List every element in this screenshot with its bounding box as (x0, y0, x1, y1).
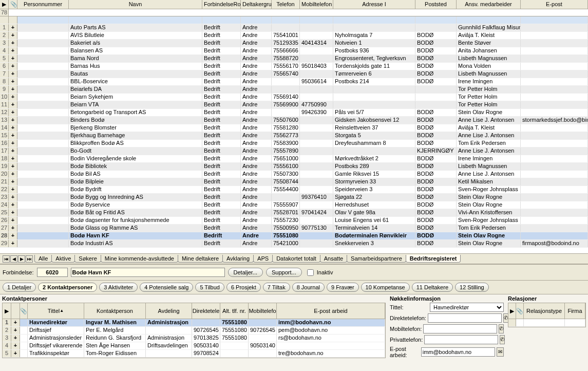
contacts-col-avdeling[interactable]: Avdeling (146, 303, 192, 319)
table-row[interactable]: 13+Binders BodøBedriftAndre75507600Gidsk… (0, 117, 588, 124)
expand-icon[interactable]: + (11, 327, 20, 334)
table-row[interactable]: 10+Beiarn SykehjemBedriftAndre75569140To… (0, 94, 588, 101)
expand-icon[interactable] (9, 16, 17, 24)
table-row[interactable]: 11+Beiarn VTABedriftAndre755699004775099… (0, 101, 588, 109)
contacts-col-direkte[interactable]: Direktetele (192, 303, 220, 319)
relations-empty-row[interactable] (508, 319, 585, 327)
table-row[interactable]: 3+Bakeriet a/sBedriftAndre75129335404143… (0, 40, 588, 47)
contacts-attach-header[interactable]: 📎 (20, 303, 28, 319)
col-adresse[interactable]: Adresse I (333, 0, 415, 9)
expand-icon[interactable]: + (11, 319, 20, 326)
tittel-select[interactable]: Havnedirektør (430, 303, 504, 312)
table-row[interactable]: 26+Bodø dagsenter for funksjonshemmedeBe… (0, 217, 588, 225)
expand-icon[interactable]: + (9, 109, 17, 116)
expand-icon[interactable]: + (11, 342, 20, 349)
table-row[interactable]: 1+Auto Parts ASBedriftAndreGunnhild Falk… (0, 24, 588, 32)
col-poststed[interactable]: Poststed (415, 0, 457, 9)
expand-icon[interactable]: + (9, 124, 17, 132)
rel-rownum-header[interactable]: ▶ (508, 303, 516, 319)
worksheet-tab[interactable]: Datakortet totalt (272, 255, 320, 263)
table-row[interactable]: 16+Blikkproffen Bodø ASBedriftAndre75583… (0, 140, 588, 147)
table-row[interactable]: 9+Beiarlefs DABedriftAndreTor Petter Hol… (0, 86, 588, 94)
tab-next-icon[interactable]: ▶ (18, 255, 25, 263)
worksheet-tab[interactable]: Alle (34, 255, 52, 263)
phone-icon[interactable]: ✆ (500, 335, 505, 344)
col-mobil[interactable]: Mobiltelefon (300, 0, 333, 9)
col-forbindelse[interactable]: ForbindelseRo (202, 0, 241, 9)
detail-tab[interactable]: 5 Tilbud (195, 283, 224, 292)
detail-tab[interactable]: 6 Prosjekt (226, 283, 261, 292)
contacts-rownum-header[interactable]: ▶ (3, 303, 11, 319)
table-row[interactable]: 12+Betongarbeid og Transport ASBedriftAn… (0, 109, 588, 117)
table-row[interactable]: 20+Bodø Bil ASBedriftAndre75507300Gamle … (0, 171, 588, 178)
tab-first-icon[interactable]: ⏮ (3, 255, 10, 263)
expand-icon[interactable]: + (9, 232, 17, 239)
table-row[interactable]: 24+Bodø ByserviceBedriftAndre75555907Her… (0, 201, 588, 209)
contacts-body[interactable]: 1+HavnedirektørIngvar M. MathisenAdminis… (3, 319, 385, 358)
detail-tab[interactable]: 11 Deltakere (412, 283, 453, 292)
expand-icon[interactable]: + (11, 335, 20, 342)
expand-icon[interactable]: + (9, 78, 17, 85)
table-row[interactable]: 27+Bodø Glass og Ramme ASBedriftAndre755… (0, 225, 588, 232)
table-row[interactable]: 22+Bodø BydriftBedriftAndre75554400Speid… (0, 186, 588, 194)
table-row[interactable]: 4+Balansen ASBedriftAndre75566666Postbok… (0, 47, 588, 55)
expand-icon[interactable]: + (9, 155, 17, 162)
worksheet-tab[interactable]: Samarbeidspartnere (347, 255, 406, 263)
forbindelse-name-input[interactable] (71, 268, 225, 277)
expand-icon[interactable]: + (9, 209, 17, 216)
col-telefon[interactable]: Telefon (272, 0, 300, 9)
expand-icon[interactable]: + (9, 132, 17, 139)
expand-icon[interactable]: + (9, 201, 17, 209)
worksheet-tab[interactable]: Ansatte (320, 255, 347, 263)
support-button[interactable]: Support... (266, 268, 302, 277)
expand-icon[interactable]: + (9, 24, 17, 31)
worksheet-tab[interactable]: Mine kommende-avsluttede (101, 255, 178, 263)
col-ansv[interactable]: Ansv. medarbeider (457, 0, 521, 9)
rel-col-type[interactable]: Relasjonstype (524, 303, 565, 319)
tab-last-icon[interactable]: ⏭ (26, 255, 33, 263)
expand-icon[interactable]: + (9, 86, 17, 93)
table-row[interactable]: 5+Bama NordBedriftAndre75588720Engrossen… (0, 55, 588, 63)
contact-row[interactable]: 4+Driftssjef vikarerendeSten Åge HansenD… (3, 342, 385, 350)
table-row[interactable]: 25+Bodø Båt og Fritid ASBedriftAndre7552… (0, 209, 588, 217)
table-row[interactable]: 19+Bodø BibliotekBedriftAndre75556100Pos… (0, 163, 588, 171)
detail-tab[interactable]: 8 Journal (292, 283, 325, 292)
worksheet-tab[interactable]: Avklaring (222, 255, 254, 263)
privattelefon-input[interactable] (424, 335, 498, 344)
direktetelefon-input[interactable] (428, 313, 502, 323)
expand-icon[interactable]: + (9, 217, 17, 224)
expand-icon[interactable]: + (9, 140, 17, 147)
detail-tab[interactable]: 7 Tiltak (263, 283, 290, 292)
inaktiv-checkbox[interactable] (307, 269, 314, 276)
contacts-col-alt[interactable]: Alt. tlf. nr. (220, 303, 249, 319)
expand-icon[interactable]: + (9, 55, 17, 62)
expand-icon[interactable]: + (9, 63, 17, 70)
detail-tab[interactable]: 12 Stilling (455, 283, 489, 292)
contact-row[interactable]: 2+DriftssjefPer E. Melgård90726545755510… (3, 327, 385, 335)
detail-tab[interactable]: 3 Aktiviteter (99, 283, 138, 292)
contact-row[interactable]: 1+HavnedirektørIngvar M. MathisenAdminis… (3, 319, 385, 327)
detail-tab[interactable]: 9 Fravær (327, 283, 359, 292)
contacts-col-epost[interactable]: E-post arbeid (277, 303, 385, 319)
epost-input[interactable] (421, 347, 495, 357)
detail-tab[interactable]: 10 Kompetanse (361, 283, 410, 292)
contacts-col-kontakt[interactable]: Kontaktperson (84, 303, 146, 319)
detail-tab[interactable]: 2 Kontaktpersoner (38, 283, 97, 292)
expand-icon[interactable]: + (9, 147, 17, 155)
table-row[interactable]: 6+Barnas HusBedriftAndre7555617095018403… (0, 63, 588, 70)
rownum-header[interactable]: ▶ (0, 0, 9, 9)
mail-icon[interactable]: ✉ (497, 347, 504, 357)
expand-icon[interactable]: + (9, 163, 17, 170)
table-row[interactable]: 8+BBL-BoserviceBedriftAndre95036614Postb… (0, 78, 588, 86)
table-row[interactable]: 14+Bjerkeng BlomsterBedriftAndre75581280… (0, 124, 588, 132)
detail-tab[interactable]: 1 Detaljer (3, 283, 36, 292)
contacts-exp-header[interactable] (11, 303, 20, 319)
table-row[interactable]: 23+Bodø Bygg og Innredning ASBedriftAndr… (0, 194, 588, 201)
table-row[interactable]: 7+BautasBedriftAndre75565740Tømrerveien … (0, 70, 588, 78)
expand-icon[interactable]: + (9, 40, 17, 47)
table-row[interactable]: 18+Bodin Videregående skoleBedriftAndre7… (0, 155, 588, 163)
expand-icon[interactable]: + (9, 94, 17, 101)
table-row[interactable]: 21+Bodø BilpleieBedriftAndre75508744Stor… (0, 178, 588, 186)
expand-icon[interactable]: + (9, 171, 17, 178)
contacts-col-tittel[interactable]: Tittel (28, 303, 84, 319)
